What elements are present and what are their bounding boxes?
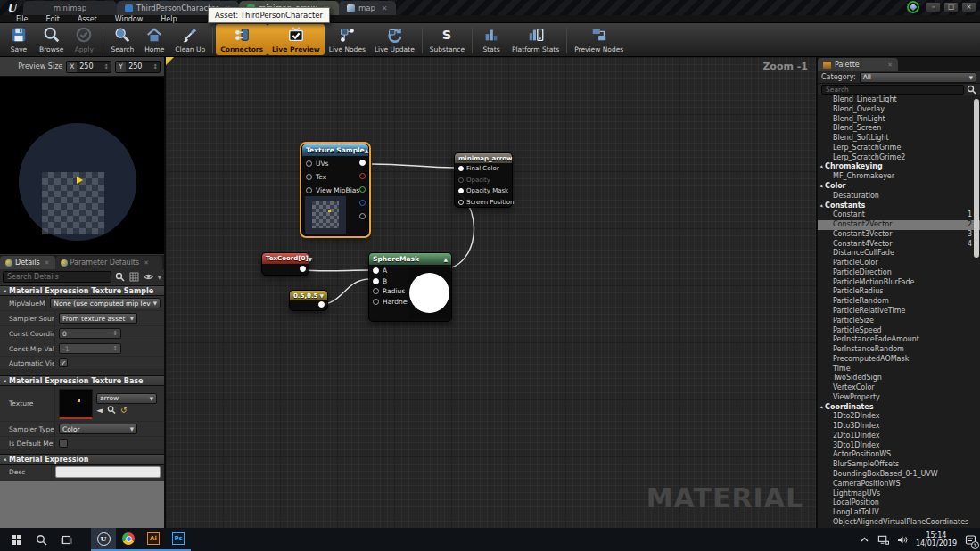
palette-item-twosidedsign[interactable]: TwoSidedSign <box>818 374 980 383</box>
close-tab-icon[interactable]: ✕ <box>887 62 893 69</box>
pin-constant-out[interactable] <box>318 301 325 308</box>
toolbar-stats-button[interactable]: Stats <box>475 24 507 55</box>
palette-item-camerapositionws[interactable]: CameraPositionWS <box>818 480 980 489</box>
minimize-button[interactable]: – <box>926 2 941 12</box>
palette-item-1dto2dindex[interactable]: 1Dto2DIndex <box>818 412 980 422</box>
tab-map[interactable]: map ✕ <box>339 1 396 15</box>
tab-parameter-defaults[interactable]: Parameter Defaults ✕ <box>55 256 162 269</box>
menu-item-window[interactable]: Window <box>106 15 152 23</box>
palette-item-actorpositionws[interactable]: ActorPositionWS <box>818 450 980 460</box>
palette-item-perinstancerandom[interactable]: PerInstanceRandom <box>818 345 980 355</box>
taskbar-clock[interactable]: 15:14 14/01/2019 <box>911 531 961 547</box>
node-minimap-arrow-result[interactable]: minimap_arrow Final ColorOpacityOpacity … <box>454 152 513 208</box>
tab-palette[interactable]: Palette ✕ <box>818 58 898 71</box>
pin-radius[interactable] <box>373 288 379 294</box>
palette-item-time[interactable]: Time <box>818 364 980 374</box>
taskbar-app-unreal[interactable]: U <box>91 528 116 551</box>
palette-item-localposition[interactable]: LocalPosition <box>818 498 980 508</box>
volume-status[interactable] <box>893 528 911 551</box>
palette-item-boundingboxbased-0-1-uvw[interactable]: BoundingBoxBased_0-1_UVW <box>818 470 980 480</box>
pin-view-mipbias[interactable] <box>306 187 312 193</box>
palette-item-blend-screen[interactable]: Blend_Screen <box>818 124 980 134</box>
pin-screen-position[interactable] <box>458 200 464 205</box>
details-search-input[interactable] <box>3 271 111 283</box>
palette-item-particlespeed[interactable]: ParticleSpeed <box>818 325 980 335</box>
palette-item-particlerandom[interactable]: ParticleRandom <box>818 297 980 307</box>
menu-item-asset[interactable]: Asset <box>69 15 106 23</box>
palette-item-blend-overlay[interactable]: Blend_Overlay <box>818 105 980 115</box>
palette-item-desaturation[interactable]: Desaturation <box>818 192 980 201</box>
node-texcoord[interactable]: TexCoord[0]▼ <box>261 252 309 276</box>
eye-filter-icon[interactable] <box>143 271 154 283</box>
palette-item-constant[interactable]: Constant1 <box>818 210 980 220</box>
pin-opacity[interactable] <box>458 177 464 183</box>
desc-input[interactable] <box>55 466 161 478</box>
toolbar-search-button[interactable]: Search <box>106 24 138 55</box>
taskbar-app-illustrator[interactable]: Ai <box>141 528 166 551</box>
palette-item-particlemotionblurfade[interactable]: ParticleMotionBlurFade <box>818 278 980 288</box>
node-sphere-mask[interactable]: SphereMask▲ ABRadiusHardness <box>368 252 452 322</box>
taskbar-app-chrome[interactable] <box>116 528 141 551</box>
network-status[interactable] <box>874 528 893 551</box>
chevron-down-icon[interactable]: ▼ <box>309 256 313 262</box>
palette-item-vertexcolor[interactable]: VertexColor <box>818 383 980 393</box>
toolbar-connectors-button[interactable]: Connectors <box>216 24 268 55</box>
palette-item-longlattouv[interactable]: LongLatToUV <box>818 508 980 518</box>
close-tab-icon[interactable]: ✕ <box>382 4 388 12</box>
pin-hardness[interactable] <box>373 299 379 305</box>
toolbar-live-update-button[interactable]: Live Update <box>370 24 419 55</box>
section-texture-base[interactable]: ▾Material Expression Texture Base <box>0 375 164 386</box>
is-default-checkbox[interactable] <box>59 439 68 448</box>
toolbar-clean-up-button[interactable]: Clean Up <box>170 24 210 55</box>
section-material-expression[interactable]: ▾Material Expression <box>0 454 164 465</box>
palette-item-3dto1dindex[interactable]: 3Dto1DIndex <box>818 441 980 451</box>
section-texture-sample[interactable]: ▾Material Expression Texture Sample <box>0 285 164 296</box>
menu-item-file[interactable]: File <box>7 15 37 23</box>
palette-item-2dto1dindex[interactable]: 2Dto1DIndex <box>818 432 980 441</box>
palette-item-lerp-scratchgrime[interactable]: Lerp_ScratchGrime <box>818 144 980 153</box>
texture-thumbnail[interactable] <box>59 389 93 419</box>
tray-expand-button[interactable] <box>855 528 874 551</box>
toolbar-apply-button[interactable]: Apply <box>68 24 100 55</box>
action-center-button[interactable]: 1 <box>961 528 980 551</box>
menu-item-help[interactable]: Help <box>152 15 185 23</box>
pin-texcoord-out[interactable] <box>300 266 306 272</box>
const-coordinate-input[interactable]: 0↕ <box>59 328 121 339</box>
toolbar-save-button[interactable]: Save <box>3 24 35 55</box>
preview-size-x-input[interactable]: X 250 ↕ <box>66 61 111 73</box>
palette-item-blursampleoffsets[interactable]: BlurSampleOffsets <box>818 460 980 470</box>
palette-item-objectalignedvirtualplanecoordinates[interactable]: ObjectAlignedVirtualPlaneCoordinates <box>818 518 980 528</box>
pin-final-color[interactable] <box>458 166 464 171</box>
toolbar-browse-button[interactable]: Browse <box>35 24 68 55</box>
collapse-icon[interactable]: ▲ <box>443 256 448 262</box>
material-preview-viewport[interactable] <box>0 77 164 254</box>
preview-size-y-input[interactable]: Y 250 ↕ <box>115 61 161 73</box>
close-button[interactable]: × <box>961 2 976 12</box>
mip-value-mode-dropdown[interactable]: None (use computed mip lev▼ <box>50 298 161 308</box>
taskbar-search-button[interactable] <box>29 528 54 551</box>
pin-uvs[interactable] <box>306 160 312 167</box>
reset-to-default-icon[interactable]: ↺ <box>120 406 128 415</box>
tab-minimap[interactable]: minimap <box>23 1 117 15</box>
palette-item-lerp-scratchgrime2[interactable]: Lerp_ScratchGrime2 <box>818 153 980 163</box>
grid-view-icon[interactable] <box>128 271 140 283</box>
node-texture-sample[interactable]: Texture Sample▲ UVsTexView MipBias <box>301 144 369 236</box>
browse-to-asset-icon[interactable] <box>107 406 116 415</box>
pin-a[interactable] <box>373 267 379 274</box>
palette-item-constant2vector[interactable]: Constant2Vector2 <box>818 220 980 230</box>
texture-asset-dropdown[interactable]: arrow▼ <box>96 393 157 404</box>
palette-item-particlesize[interactable]: ParticleSize <box>818 317 980 326</box>
pin-a[interactable] <box>359 213 366 219</box>
automatic-view-checkbox[interactable]: ✓ <box>59 358 68 367</box>
category-dropdown[interactable]: All ▼ <box>860 72 976 83</box>
palette-item-blend-pinlight[interactable]: Blend_PinLight <box>818 115 980 125</box>
palette-category-coordinates[interactable]: ▾Coordinates <box>818 403 980 413</box>
palette-item-blend-linearlight[interactable]: Blend_LinearLight <box>818 95 980 105</box>
use-selected-asset-icon[interactable]: ◄ <box>96 406 103 415</box>
epic-launcher-icon[interactable] <box>907 1 919 13</box>
pin-b[interactable] <box>373 278 379 284</box>
spinner-icon[interactable]: ↕ <box>151 63 160 70</box>
close-tab-icon[interactable]: ✕ <box>45 259 50 267</box>
material-graph-canvas[interactable]: Zoom -1 MATERIAL Texture Sample▲ UVsTexV… <box>166 57 816 528</box>
toolbar-platform-stats-button[interactable]: Platform Stats <box>507 24 564 55</box>
